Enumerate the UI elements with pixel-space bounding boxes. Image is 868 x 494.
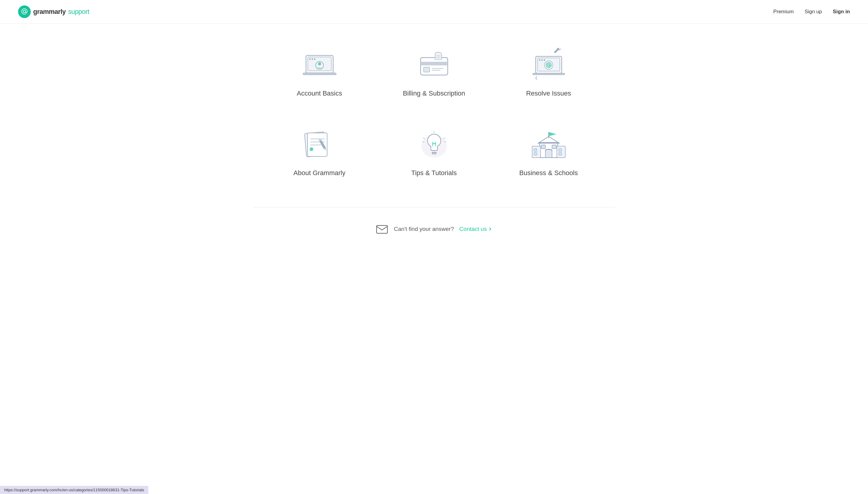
category-about[interactable]: About Grammarly (268, 121, 371, 183)
svg-rect-40 (432, 152, 436, 154)
svg-rect-27 (533, 73, 565, 75)
status-bar: https://support.grammarly.com/hc/en-us/c… (0, 486, 148, 494)
about-icon (300, 128, 339, 160)
categories-grid: Account Basics (268, 42, 600, 183)
svg-rect-54 (534, 149, 537, 151)
svg-point-0 (18, 5, 31, 18)
svg-point-18 (539, 59, 540, 61)
svg-rect-51 (541, 145, 545, 149)
footer: Can't find your answer? Contact us (0, 223, 868, 248)
account-basics-icon (300, 48, 339, 81)
main-nav: Premium Sign up Sign in (773, 9, 850, 15)
logo-area[interactable]: grammarly support (18, 5, 89, 18)
svg-rect-9 (420, 58, 448, 75)
account-basics-label: Account Basics (297, 90, 342, 97)
svg-rect-59 (377, 225, 388, 233)
svg-point-22 (546, 62, 552, 68)
premium-link[interactable]: Premium (773, 9, 794, 15)
billing-label: Billing & Subscription (403, 90, 465, 97)
svg-point-7 (318, 62, 321, 65)
logo-support-text: support (68, 8, 89, 16)
contact-us-text: Contact us (459, 226, 487, 232)
svg-rect-52 (552, 145, 556, 149)
billing-icon (415, 48, 454, 81)
svg-rect-56 (557, 146, 565, 158)
signup-link[interactable]: Sign up (805, 9, 822, 15)
category-business[interactable]: Business & Schools (497, 121, 600, 183)
logo-grammarly-text: grammarly (33, 8, 66, 16)
grammarly-logo-icon (18, 5, 31, 18)
svg-rect-29 (307, 133, 327, 156)
svg-point-5 (314, 58, 315, 60)
resolve-icon (529, 48, 568, 81)
svg-rect-55 (534, 153, 537, 155)
main-content: Account Basics (0, 24, 868, 207)
cant-find-text: Can't find your answer? (394, 226, 454, 232)
category-billing[interactable]: Billing & Subscription (383, 42, 485, 103)
svg-rect-53 (532, 146, 541, 158)
footer-divider (253, 207, 615, 207)
svg-rect-23 (553, 48, 560, 53)
resolve-label: Resolve Issues (526, 90, 571, 97)
site-header: grammarly support Premium Sign up Sign i… (0, 0, 868, 24)
svg-marker-47 (549, 132, 556, 136)
svg-point-4 (312, 58, 313, 60)
category-tips[interactable]: Tips & Tutorials (383, 121, 485, 183)
svg-point-3 (309, 58, 310, 60)
category-account-basics[interactable]: Account Basics (268, 42, 371, 103)
svg-rect-11 (423, 67, 430, 72)
svg-rect-58 (559, 153, 562, 155)
tips-icon (415, 128, 454, 160)
about-label: About Grammarly (294, 169, 345, 177)
svg-rect-8 (303, 73, 336, 75)
svg-point-19 (541, 59, 543, 61)
chevron-right-icon (488, 227, 493, 231)
svg-line-41 (443, 138, 445, 139)
svg-rect-10 (420, 62, 448, 65)
svg-rect-50 (545, 150, 552, 158)
status-url: https://support.grammarly.com/hc/en-us/c… (4, 488, 144, 492)
tips-label: Tips & Tutorials (411, 169, 457, 177)
business-label: Business & Schools (519, 169, 578, 177)
mail-icon (375, 223, 389, 236)
signin-link[interactable]: Sign in (833, 9, 850, 15)
svg-point-33 (309, 147, 313, 151)
contact-us-link[interactable]: Contact us (459, 226, 493, 232)
svg-point-20 (544, 59, 545, 61)
business-icon (529, 128, 568, 160)
svg-line-43 (423, 138, 425, 139)
svg-rect-57 (559, 149, 562, 151)
category-resolve[interactable]: Resolve Issues (497, 42, 600, 103)
